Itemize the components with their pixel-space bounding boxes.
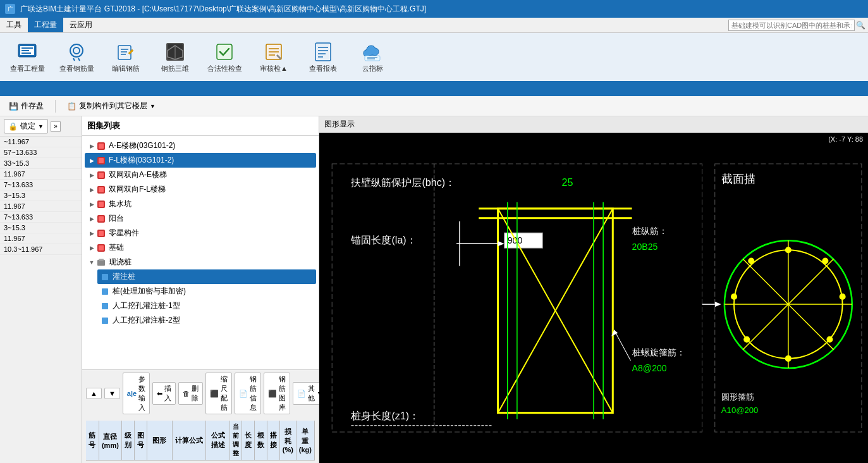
scale-btn[interactable]: ⬛ 缩尺配筋 (205, 373, 232, 414)
rebar-info-btn[interactable]: 📄 钢筋信息 (235, 373, 261, 414)
svg-rect-32 (99, 144, 104, 149)
tree-item-double-ae[interactable]: ▶ 双网双向A-E楼梯 (85, 168, 316, 182)
svg-rect-17 (217, 44, 232, 59)
ribbon-btn-report[interactable]: 查看报表 (301, 35, 345, 78)
tree-item-misc[interactable]: ▶ 零星构件 (85, 226, 316, 240)
tree-label-ae: A-E楼梯(03G101-2) (109, 140, 175, 151)
floor-item-0[interactable]: ~11.967 (0, 137, 82, 147)
param-input-btn[interactable]: a|e 参数输入 (123, 373, 150, 414)
save-btn[interactable]: 💾 件存盘 (5, 99, 47, 113)
th-count: 根数 (255, 421, 267, 460)
svg-point-90 (822, 257, 828, 264)
tree-sub-label-pile-density: 桩(处理加密与非加密) (113, 286, 186, 297)
tree-sub-item-pile-density[interactable]: 桩(处理加密与非加密) (97, 284, 316, 299)
tree-sub-item-manual-pile-2[interactable]: 人工挖孔灌注桩-2型 (97, 313, 316, 328)
th-adjust: 当前调整 (230, 421, 242, 460)
svg-rect-47 (97, 260, 105, 266)
search-icon[interactable]: 🔍 (856, 21, 865, 30)
svg-text:圆形箍筋: 圆形箍筋 (721, 392, 754, 402)
svg-rect-23 (315, 43, 331, 61)
manual-pile-1-icon (100, 301, 110, 311)
ribbon-label-engineering: 查看工程量 (10, 65, 45, 73)
fl-icon (96, 156, 106, 166)
title-icons: 广 (5, 4, 15, 14)
floor-item-6[interactable]: 11.967 (0, 201, 82, 212)
menu-item-tools[interactable]: 工具 (0, 18, 28, 32)
nav-down-btn[interactable]: ▼ (104, 388, 120, 399)
nav-up-btn[interactable]: ▲ (86, 388, 102, 399)
tree-item-fl-stairs[interactable]: ▶ F-L楼梯(03G101-2) (85, 153, 316, 168)
report-icon (312, 40, 334, 63)
ribbon-btn-edit-rebar[interactable]: 编辑钢筋 (104, 35, 148, 78)
th-diameter: 直径(mm) (99, 421, 122, 460)
svg-text:截面描: 截面描 (721, 173, 755, 185)
tree-label-cast-pile: 现浇桩 (109, 257, 131, 268)
ribbon-btn-3d[interactable]: 钢筋三维 (153, 35, 197, 78)
delete-btn[interactable]: 🗑 删除 (178, 382, 203, 405)
tree-arrow-cast-pile: ▼ (87, 259, 96, 266)
insert-btn[interactable]: ⬅ 插入 (152, 382, 176, 405)
tree-label-balcony: 阳台 (109, 213, 124, 224)
floor-item-10[interactable]: 10.3~11.967 (0, 244, 82, 255)
bored-pile-icon (100, 272, 110, 282)
tree-sub-item-bored-pile[interactable]: 灌注桩 (97, 269, 316, 284)
floor-item-8[interactable]: 3~15.3 (0, 223, 82, 233)
tree-sub-label-manual-pile-1: 人工挖孔灌注桩-1型 (113, 300, 180, 311)
cast-pile-icon (96, 257, 106, 268)
floor-item-4[interactable]: 7~13.633 (0, 180, 82, 190)
rebar-info-icon: 📄 (239, 390, 248, 398)
graphic-canvas: (X: -7 Y: 88 扶壁纵筋保护层(bhc)： 25 锚固长度(la)： (319, 133, 868, 463)
tree-arrow-foundation: ▶ (87, 245, 96, 251)
rebar-library-btn[interactable]: ⬛ 钢筋图库 (264, 373, 290, 414)
tree-item-balcony[interactable]: ▶ 阳台 (85, 211, 316, 226)
menu-item-engineering[interactable]: 工程量 (28, 18, 63, 32)
svg-text:A8@200: A8@200 (632, 363, 667, 373)
menu-item-cloud[interactable]: 云应用 (63, 18, 99, 32)
svg-rect-42 (99, 216, 104, 221)
floor-item-7[interactable]: 7~13.633 (0, 212, 82, 223)
tree-item-ae-stairs[interactable]: ▶ A-E楼梯(03G101-2) (85, 139, 316, 153)
svg-point-91 (840, 293, 846, 300)
tree-item-cast-pile[interactable]: ▼ 现浇桩 (85, 255, 316, 269)
floor-item-3[interactable]: 11.967 (0, 169, 82, 180)
floor-item-2[interactable]: 33~15.3 (0, 158, 82, 169)
lock-arrow: ▼ (38, 123, 44, 130)
copy-label: 复制构件到其它楼层 (79, 101, 147, 111)
tree-label-double-ae: 双网双向A-E楼梯 (109, 170, 167, 180)
svg-rect-3 (21, 50, 29, 51)
floor-item-1[interactable]: 57~13.633 (0, 147, 82, 158)
dropdown-arrow: ▼ (150, 103, 156, 109)
th-length: 长度 (242, 421, 255, 460)
tree-arrow-ae: ▶ (87, 143, 96, 149)
tree-item-foundation[interactable]: ▶ 基础 (85, 240, 316, 255)
ribbon-btn-cloud[interactable]: 云指标 (350, 35, 394, 78)
tree-item-cistern[interactable]: ▶ 集水坑 (85, 197, 316, 211)
tree-arrow-double-ae: ▶ (87, 172, 96, 178)
cistern-icon (96, 199, 106, 209)
svg-text:锚固长度(la)：: 锚固长度(la)： (350, 234, 416, 245)
ribbon-label-report: 查看报表 (309, 65, 337, 73)
param-input-icon: a|e (127, 390, 137, 397)
search-input[interactable] (728, 20, 855, 31)
ribbon-btn-validate[interactable]: 合法性检查 (202, 35, 247, 78)
delete-label: 删除 (192, 384, 199, 403)
expand-button[interactable]: » (51, 121, 61, 132)
atlas-bottom-toolbar: ▲ ▼ a|e 参数输入 ⬅ 插入 🗑 删除 ⬛ 缩尺配筋 (82, 369, 319, 463)
graphic-panel: 图形显示 (X: -7 Y: 88 扶壁纵筋保护层(bhc)： 25 锚固长度(… (319, 116, 868, 463)
tree-item-double-fl[interactable]: ▶ 双网双向F-L楼梯 (85, 182, 316, 197)
floor-item-5[interactable]: 3~15.3 (0, 190, 82, 201)
table-header-row: 筋号 直径(mm) 级别 图号 图形 计算公式 公式描述 当前调整 长度 根数 … (86, 421, 315, 460)
ribbon-btn-engineering[interactable]: 查看工程量 (5, 35, 49, 78)
tree-sub-item-manual-pile-1[interactable]: 人工挖孔灌注桩-1型 (97, 299, 316, 313)
ribbon-btn-audit[interactable]: 审核检▲ (252, 35, 296, 78)
rebar-library-label: 钢筋图库 (279, 374, 286, 412)
save-label: 件存盘 (21, 101, 44, 111)
copy-btn[interactable]: 📋 复制构件到其它楼层 ▼ (63, 99, 159, 113)
ribbon-btn-rebar[interactable]: 查看钢筋量 (54, 35, 99, 78)
ribbon-label-validate: 合法性检查 (207, 65, 242, 73)
tree-children-cast-pile: 灌注桩 桩(处理加密与非加密) 人工挖孔灌注桩-1型 (85, 269, 316, 328)
lock-button[interactable]: 🔒 锁定 ▼ (4, 119, 48, 133)
svg-rect-36 (99, 173, 104, 178)
floor-item-9[interactable]: 11.967 (0, 233, 82, 244)
ribbon-label-3d: 钢筋三维 (161, 65, 189, 73)
